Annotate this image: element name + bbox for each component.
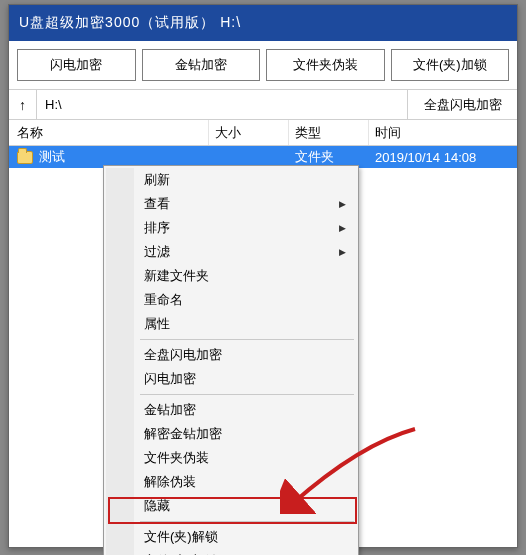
menu-separator bbox=[140, 521, 354, 522]
titlebar: U盘超级加密3000（试用版） H:\ bbox=[9, 5, 517, 41]
menu-folder-disguise[interactable]: 文件夹伪装 bbox=[106, 446, 356, 470]
up-arrow-icon: ↑ bbox=[19, 97, 26, 113]
header-type[interactable]: 类型 bbox=[289, 120, 369, 145]
pathbar: ↑ 全盘闪电加密 bbox=[9, 90, 517, 120]
menu-refresh[interactable]: 刷新 bbox=[106, 168, 356, 192]
gold-encrypt-button[interactable]: 金钻加密 bbox=[142, 49, 261, 81]
header-name[interactable]: 名称 bbox=[9, 120, 209, 145]
header-size[interactable]: 大小 bbox=[209, 120, 289, 145]
menu-properties[interactable]: 属性 bbox=[106, 312, 356, 336]
menu-new-folder[interactable]: 新建文件夹 bbox=[106, 264, 356, 288]
menu-flash-encrypt[interactable]: 闪电加密 bbox=[106, 367, 356, 391]
menu-fulldisk-flash-encrypt[interactable]: 全盘闪电加密 bbox=[106, 343, 356, 367]
menu-gold-encrypt[interactable]: 金钻加密 bbox=[106, 398, 356, 422]
menu-file-unlock[interactable]: 文件(夹)解锁 bbox=[106, 525, 356, 549]
context-menu: 刷新 查看 排序 过滤 新建文件夹 重命名 属性 全盘闪电加密 闪电加密 金钻加… bbox=[103, 165, 359, 555]
window-title: U盘超级加密3000（试用版） H:\ bbox=[19, 14, 241, 32]
menu-filter[interactable]: 过滤 bbox=[106, 240, 356, 264]
menu-gold-decrypt[interactable]: 解密金钻加密 bbox=[106, 422, 356, 446]
path-input[interactable] bbox=[37, 90, 407, 119]
file-lock-button[interactable]: 文件(夹)加锁 bbox=[391, 49, 510, 81]
menu-hide[interactable]: 隐藏 bbox=[106, 494, 356, 518]
file-time: 2019/10/14 14:08 bbox=[369, 146, 517, 168]
menu-undisguise[interactable]: 解除伪装 bbox=[106, 470, 356, 494]
toolbar: 闪电加密 金钻加密 文件夹伪装 文件(夹)加锁 bbox=[9, 41, 517, 90]
menu-sort[interactable]: 排序 bbox=[106, 216, 356, 240]
folder-icon bbox=[17, 151, 33, 164]
folder-disguise-button[interactable]: 文件夹伪装 bbox=[266, 49, 385, 81]
menu-view[interactable]: 查看 bbox=[106, 192, 356, 216]
menu-separator bbox=[140, 339, 354, 340]
menu-separator bbox=[140, 394, 354, 395]
list-header: 名称 大小 类型 时间 bbox=[9, 120, 517, 146]
up-button[interactable]: ↑ bbox=[9, 90, 37, 119]
fulldisk-encrypt-button[interactable]: 全盘闪电加密 bbox=[407, 90, 517, 119]
file-name: 测试 bbox=[39, 148, 65, 166]
menu-rename[interactable]: 重命名 bbox=[106, 288, 356, 312]
menu-file-lock[interactable]: 文件(夹)加锁 bbox=[106, 549, 356, 555]
header-time[interactable]: 时间 bbox=[369, 120, 517, 145]
flash-encrypt-button[interactable]: 闪电加密 bbox=[17, 49, 136, 81]
